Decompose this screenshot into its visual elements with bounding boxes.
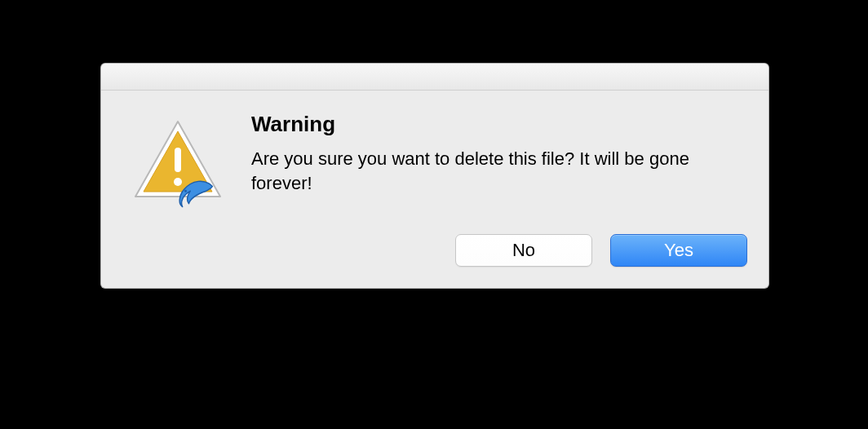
no-button[interactable]: No (455, 234, 592, 267)
dialog-message: Are you sure you want to delete this fil… (251, 147, 708, 195)
app-badge-icon (175, 172, 222, 219)
dialog-title: Warning (251, 112, 739, 137)
icon-column (122, 110, 235, 213)
yes-button[interactable]: Yes (610, 234, 747, 267)
warning-icon (129, 115, 227, 213)
dialog-body: Warning Are you sure you want to delete … (101, 91, 768, 234)
button-row: No Yes (101, 234, 768, 288)
svg-point-4 (184, 190, 187, 192)
titlebar[interactable] (101, 64, 768, 91)
svg-rect-2 (175, 148, 181, 172)
text-column: Warning Are you sure you want to delete … (235, 110, 747, 195)
alert-dialog: Warning Are you sure you want to delete … (100, 63, 769, 289)
